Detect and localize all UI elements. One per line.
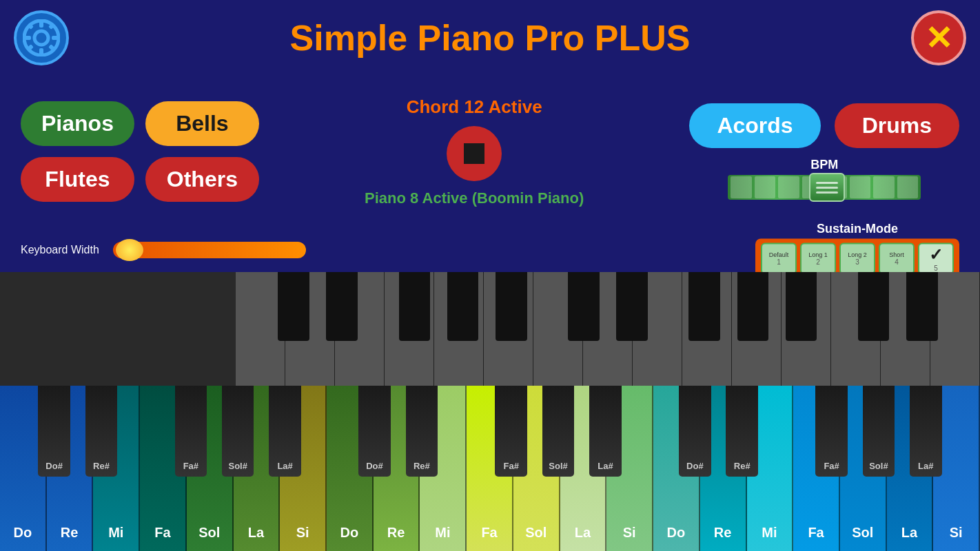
sustain-short-num: 4 [895, 258, 899, 266]
keyboard-width-sustain-row: Keyboard Width Sustain-Mode Default 1 Lo… [0, 227, 980, 272]
sustain-btn-default[interactable]: Default 1 [761, 242, 797, 274]
gear-icon [23, 19, 60, 56]
sustain-short-label: Short [889, 251, 904, 258]
mini-black-key[interactable] [326, 272, 358, 341]
mini-black-slot [560, 272, 608, 341]
mini-black-key[interactable] [737, 272, 769, 341]
sustain-btn-short[interactable]: Short 4 [879, 242, 915, 274]
thumb-line [816, 191, 838, 194]
mini-black-slot [608, 272, 656, 341]
mini-black-key[interactable] [496, 272, 527, 341]
sustain-long1-label: Long 1 [808, 251, 828, 258]
sustain-label: Sustain-Mode [817, 221, 898, 236]
bpm-label: BPM [810, 158, 838, 172]
checkmark-icon: ✓ [929, 245, 943, 264]
mini-black-key[interactable] [568, 272, 600, 341]
mini-black-slot [318, 272, 366, 341]
mini-keyboard-area [0, 272, 980, 386]
black-key-sol-sharp-1[interactable]: Sol# [222, 386, 254, 477]
keyboard-width-label: Keyboard Width [21, 244, 99, 256]
mini-black-key[interactable] [906, 272, 938, 341]
piano-keys-area: Do Re Mi Fa Sol La Si Do Re Mi Fa Sol La… [0, 272, 980, 551]
mini-black-slot [439, 272, 487, 341]
chord-status: Chord 12 Active [407, 96, 542, 118]
header: Simple Piano Pro PLUS ✕ [0, 0, 980, 76]
sustain-long2-label: Long 2 [848, 251, 867, 258]
mini-black-key[interactable] [278, 272, 309, 341]
mini-black-slot [487, 272, 535, 341]
mini-black-key[interactable] [858, 272, 890, 341]
app-title: Simple Piano Pro PLUS [290, 17, 691, 59]
sustain-long1-num: 2 [816, 258, 820, 266]
mini-black-slot [269, 272, 318, 341]
bpm-slider-thumb[interactable] [809, 173, 845, 202]
svg-rect-4 [24, 36, 31, 40]
mini-black-slot [777, 272, 825, 341]
sustain-btn-zero[interactable]: ✓ 5 [918, 242, 954, 274]
mini-black-keys [236, 272, 980, 341]
sustain-btn-long2[interactable]: Long 2 3 [839, 242, 875, 274]
controls-section: Pianos Bells Flutes Others Chord 12 Acti… [0, 76, 980, 227]
pianos-button[interactable]: Pianos [21, 101, 134, 146]
black-key-re-sharp-2[interactable]: Re# [406, 386, 438, 477]
stop-icon [464, 143, 484, 164]
close-button[interactable]: ✕ [911, 10, 966, 65]
record-stop-button[interactable] [447, 126, 502, 181]
mini-black-key[interactable] [399, 272, 431, 341]
instrument-buttons: Pianos Bells Flutes Others [21, 101, 259, 202]
black-key-fa-sharp-1[interactable]: Fa# [175, 386, 207, 477]
keyboard-offset [0, 272, 236, 386]
black-key-re-sharp-3[interactable]: Re# [726, 386, 757, 477]
acords-drums-row: Acords Drums [689, 103, 959, 148]
mini-black-slot [680, 272, 728, 341]
svg-point-1 [34, 31, 48, 45]
sustain-section: Sustain-Mode Default 1 Long 1 2 Long 2 3… [755, 221, 959, 278]
acords-button[interactable]: Acords [689, 103, 820, 148]
sustain-default-label: Default [769, 251, 789, 258]
piano-status: Piano 8 Active (Boomin Piano) [365, 189, 584, 207]
thumb-line [816, 182, 838, 184]
black-key-do-sharp-1[interactable]: Do# [38, 386, 70, 477]
svg-rect-2 [39, 21, 43, 28]
bpm-section: BPM [728, 158, 921, 200]
sustain-long2-num: 3 [855, 258, 859, 266]
svg-rect-5 [52, 36, 59, 40]
others-button[interactable]: Others [145, 157, 259, 202]
keyboard-width-slider[interactable] [113, 242, 306, 258]
colorful-piano-keys: Do Re Mi Fa Sol La Si Do Re Mi Fa Sol La… [0, 386, 980, 551]
mini-black-slot [728, 272, 777, 341]
mini-black-slot [850, 272, 898, 341]
mini-black-key[interactable] [447, 272, 479, 341]
black-key-la-sharp-2[interactable]: La# [589, 386, 621, 477]
sustain-zero-num: 5 [934, 264, 938, 272]
thumb-line [816, 187, 838, 189]
center-controls: Chord 12 Active Piano 8 Active (Boomin P… [273, 96, 676, 207]
sustain-btn-long1[interactable]: Long 1 2 [800, 242, 836, 274]
main-container: Simple Piano Pro PLUS ✕ Pianos Bells Flu… [0, 0, 980, 551]
drums-button[interactable]: Drums [835, 103, 959, 148]
mini-black-key[interactable] [786, 272, 817, 341]
black-key-fa-sharp-2[interactable]: Fa# [495, 386, 527, 477]
mini-black-slot [898, 272, 946, 341]
right-controls: Acords Drums BPM [689, 103, 959, 200]
mini-black-slot [390, 272, 438, 341]
black-key-re-sharp-1[interactable]: Re# [85, 386, 117, 477]
svg-rect-3 [39, 48, 43, 55]
black-key-do-sharp-2[interactable]: Do# [358, 386, 390, 477]
black-key-sol-sharp-3[interactable]: Sol# [863, 386, 895, 477]
black-key-do-sharp-3[interactable]: Do# [679, 386, 711, 477]
black-key-la-sharp-1[interactable]: La# [269, 386, 300, 477]
black-key-la-sharp-3[interactable]: La# [910, 386, 941, 477]
flutes-button[interactable]: Flutes [21, 157, 134, 202]
sustain-default-num: 1 [777, 258, 781, 266]
settings-button[interactable] [14, 10, 69, 65]
mini-black-key[interactable] [688, 272, 720, 341]
mini-black-key[interactable] [616, 272, 648, 341]
bpm-slider[interactable] [728, 175, 921, 200]
black-key-sol-sharp-2[interactable]: Sol# [542, 386, 574, 477]
mini-keys-right [236, 272, 980, 386]
bells-button[interactable]: Bells [145, 101, 259, 146]
black-key-fa-sharp-3[interactable]: Fa# [815, 386, 847, 477]
keyboard-width-thumb[interactable] [116, 239, 143, 261]
